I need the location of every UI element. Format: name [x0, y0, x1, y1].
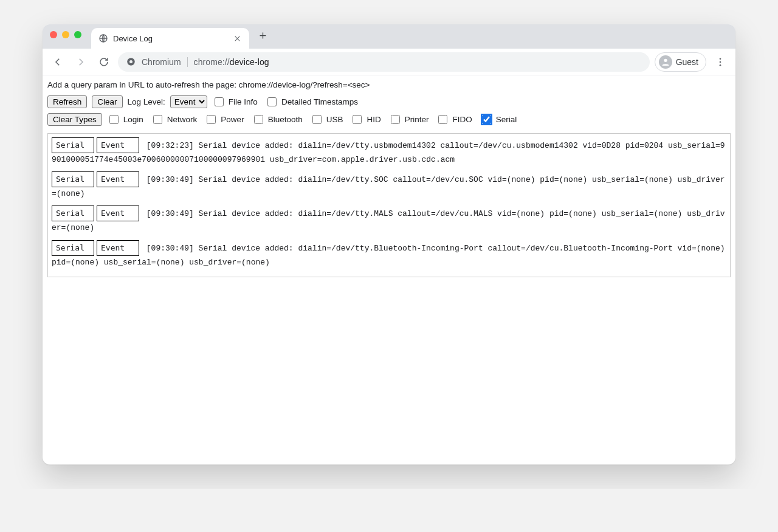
- browser-tab[interactable]: Device Log: [91, 28, 249, 49]
- type-label: Network: [167, 115, 198, 124]
- type-input-login[interactable]: [109, 115, 119, 124]
- browser-toolbar: Chromium chrome://device-log Guest: [43, 49, 735, 75]
- omnibox-host: device-log: [230, 57, 269, 67]
- log-type-tag: Serial: [52, 206, 94, 221]
- profile-label: Guest: [676, 57, 698, 67]
- log-level-label: Log Level:: [128, 97, 165, 106]
- log-entry: SerialEvent [09:32:23] Serial device add…: [52, 137, 726, 167]
- type-input-printer[interactable]: [391, 115, 400, 124]
- file-info-input[interactable]: [215, 97, 224, 106]
- refresh-button[interactable]: Refresh: [47, 95, 87, 108]
- tab-title: Device Log: [113, 34, 227, 43]
- profile-chip[interactable]: Guest: [655, 52, 706, 72]
- log-entry: SerialEvent [09:30:49] Serial device add…: [52, 171, 726, 201]
- type-input-bluetooth[interactable]: [254, 115, 263, 124]
- log-area: SerialEvent [09:32:23] Serial device add…: [47, 133, 731, 277]
- type-checkbox-power[interactable]: Power: [204, 113, 244, 126]
- log-level-tag: Event: [97, 240, 139, 256]
- kebab-menu-button[interactable]: [711, 53, 729, 71]
- refresh-hint: Add a query param in URL to auto-refresh…: [43, 77, 735, 94]
- omnibox-url: chrome://device-log: [194, 57, 269, 67]
- address-bar[interactable]: Chromium chrome://device-log: [118, 52, 650, 72]
- controls-row-1: Refresh Clear Log Level: Event File Info…: [43, 94, 735, 112]
- log-entry: SerialEvent [09:30:49] Serial device add…: [52, 206, 726, 235]
- log-message: [09:30:49] Serial device added: dialin=/…: [52, 209, 725, 232]
- site-info-icon[interactable]: [126, 57, 136, 66]
- types-row: Clear Types LoginNetworkPowerBluetoothUS…: [43, 112, 735, 130]
- type-checkbox-login[interactable]: Login: [107, 113, 143, 126]
- reload-button[interactable]: [95, 53, 113, 71]
- window-close-button[interactable]: [50, 31, 57, 38]
- new-tab-button[interactable]: [254, 27, 271, 44]
- type-checkbox-hid[interactable]: HID: [350, 113, 380, 126]
- type-label: FIDO: [452, 115, 472, 124]
- window-zoom-button[interactable]: [74, 31, 81, 38]
- svg-point-5: [720, 61, 721, 63]
- log-level-tag: Event: [97, 137, 139, 153]
- detailed-timestamps-label: Detailed Timestamps: [281, 97, 358, 106]
- type-label: Bluetooth: [268, 115, 303, 124]
- type-checkbox-network[interactable]: Network: [151, 113, 198, 126]
- type-label: Printer: [405, 115, 429, 124]
- file-info-checkbox[interactable]: File Info: [212, 95, 258, 108]
- log-level-tag: Event: [97, 171, 139, 187]
- type-checkbox-printer[interactable]: Printer: [388, 113, 429, 126]
- clear-types-button[interactable]: Clear Types: [47, 113, 102, 126]
- avatar-icon: [659, 55, 672, 69]
- type-checkbox-fido[interactable]: FIDO: [436, 113, 472, 126]
- back-button[interactable]: [49, 53, 67, 71]
- type-input-fido[interactable]: [438, 115, 447, 124]
- svg-point-6: [720, 64, 721, 66]
- log-level-tag: Event: [97, 206, 139, 221]
- log-message: [09:30:49] Serial device added: dialin=/…: [52, 175, 725, 198]
- type-checkbox-bluetooth[interactable]: Bluetooth: [252, 113, 303, 126]
- type-label: HID: [367, 115, 380, 124]
- log-type-tag: Serial: [52, 171, 94, 187]
- type-input-usb[interactable]: [312, 115, 322, 124]
- type-checkbox-usb[interactable]: USB: [310, 113, 343, 126]
- svg-point-2: [129, 60, 133, 63]
- type-label: USB: [326, 115, 343, 124]
- window-controls: [50, 31, 81, 38]
- clear-button[interactable]: Clear: [92, 95, 122, 108]
- log-level-select[interactable]: Event: [170, 95, 207, 108]
- log-message: [09:32:23] Serial device added: dialin=/…: [52, 141, 725, 164]
- detailed-timestamps-checkbox[interactable]: Detailed Timestamps: [265, 95, 358, 108]
- type-input-hid[interactable]: [353, 115, 362, 124]
- type-input-serial[interactable]: [482, 115, 491, 124]
- type-label: Power: [221, 115, 244, 124]
- type-checkbox-serial[interactable]: Serial: [480, 113, 517, 126]
- titlebar: Device Log: [43, 24, 735, 49]
- detailed-timestamps-input[interactable]: [267, 97, 277, 106]
- type-label: Login: [123, 115, 143, 124]
- omnibox-divider: [187, 57, 188, 67]
- type-label: Serial: [496, 115, 517, 124]
- browser-window: Device Log Chromium chrome://device-: [43, 24, 735, 465]
- omnibox-scheme: chrome://: [194, 57, 230, 67]
- omnibox-origin: Chromium: [142, 57, 181, 67]
- log-entry: SerialEvent [09:30:49] Serial device add…: [52, 240, 726, 269]
- type-input-power[interactable]: [207, 115, 216, 124]
- file-info-label: File Info: [229, 97, 258, 106]
- log-type-tag: Serial: [52, 137, 94, 153]
- type-input-network[interactable]: [153, 115, 162, 124]
- log-message: [09:30:49] Serial device added: dialin=/…: [52, 244, 725, 267]
- tab-close-button[interactable]: [232, 33, 242, 43]
- globe-icon: [98, 33, 108, 43]
- log-type-tag: Serial: [52, 240, 94, 256]
- forward-button[interactable]: [72, 53, 90, 71]
- page-content: Add a query param in URL to auto-refresh…: [43, 75, 735, 465]
- window-minimize-button[interactable]: [62, 31, 69, 38]
- svg-point-3: [664, 58, 667, 61]
- svg-point-4: [720, 58, 721, 60]
